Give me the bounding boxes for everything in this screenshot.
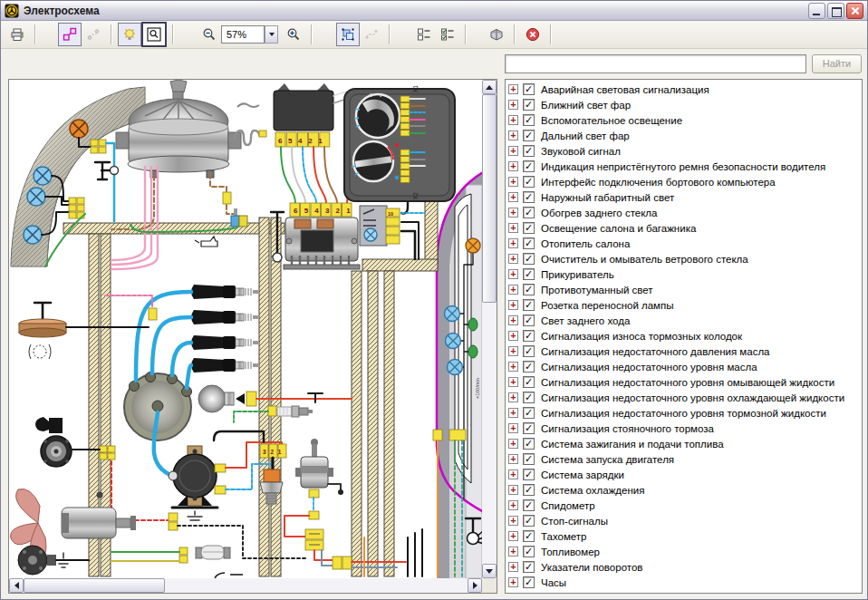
reference-book-button[interactable] (485, 23, 508, 46)
instrument-cluster[interactable]: X1 X2 (344, 85, 455, 201)
system-checkbox[interactable]: ✓ (523, 515, 535, 527)
close-button[interactable] (846, 3, 863, 19)
expand-plus-icon[interactable]: + (508, 577, 518, 587)
system-label[interactable]: Сигнализация недостаточного давления мас… (541, 346, 770, 357)
expand-plus-icon[interactable]: + (508, 331, 518, 341)
system-label[interactable]: Тахометр (541, 531, 587, 542)
relay-box[interactable]: 65421 (274, 83, 333, 147)
zoom-in-button[interactable] (282, 23, 305, 46)
expand-plus-icon[interactable]: + (508, 346, 518, 356)
system-label[interactable]: Указатели поворотов (541, 562, 642, 573)
expand-plus-icon[interactable]: + (508, 161, 518, 171)
expand-plus-icon[interactable]: + (508, 362, 518, 372)
system-row[interactable]: + ✓ Система запуска двигателя (508, 451, 862, 467)
system-row[interactable]: + ✓ Ближний свет фар (508, 97, 862, 112)
inline-connector[interactable] (223, 192, 231, 204)
turn-signal-lamp[interactable] (70, 120, 88, 138)
system-row[interactable]: + ✓ Сигнализация недостаточного уровня т… (508, 405, 862, 421)
system-label[interactable]: Противотуманный свет (541, 285, 653, 295)
expand-plus-icon[interactable]: + (508, 377, 518, 387)
tail-lamp-green[interactable] (468, 345, 477, 358)
system-label[interactable]: Сигнализация износа тормозных колодок (541, 331, 742, 342)
system-row[interactable]: + ✓ Прикуриватель (508, 266, 862, 282)
expand-plus-icon[interactable]: + (508, 115, 518, 125)
expand-plus-icon[interactable]: + (508, 192, 518, 202)
expand-plus-icon[interactable]: + (508, 84, 518, 94)
system-row[interactable]: + ✓ Спидометр (508, 498, 862, 513)
system-label[interactable]: Дальний свет фар (541, 131, 630, 141)
preview-button[interactable] (141, 22, 167, 47)
select-elements-button[interactable] (336, 23, 360, 46)
expand-plus-icon[interactable]: + (508, 238, 518, 248)
system-row[interactable]: + ✓ Топливомер (508, 544, 862, 559)
expand-plus-icon[interactable]: + (508, 485, 518, 495)
system-checkbox[interactable]: ✓ (523, 361, 535, 373)
system-label[interactable]: Сигнализация недостаточного уровня омыва… (541, 377, 834, 388)
schematic-panel[interactable]: ×100/min (8, 79, 497, 594)
system-label[interactable]: Сигнализация недостаточного уровня тормо… (541, 408, 826, 419)
system-checkbox[interactable]: ✓ (523, 469, 535, 480)
system-checkbox[interactable]: ✓ (523, 284, 535, 295)
system-row[interactable]: + ✓ Освещение салона и багажника (508, 220, 862, 236)
system-checkbox[interactable]: ✓ (523, 237, 535, 249)
wiring-diagram[interactable]: ×100/min (9, 80, 482, 578)
system-row[interactable]: + ✓ Вспомогательное освещение (508, 112, 862, 128)
system-row[interactable]: + ✓ Наружный габаритный свет (508, 189, 862, 205)
system-checkbox[interactable]: ✓ (523, 576, 535, 588)
system-label[interactable]: Свет заднего хода (541, 315, 630, 326)
system-label[interactable]: Отопитель салона (541, 238, 630, 249)
system-label[interactable]: Сигнализация недостаточного уровня охлаж… (541, 392, 844, 403)
system-checkbox[interactable]: ✓ (523, 561, 535, 573)
system-label[interactable]: Аварийная световая сигнализация (541, 84, 709, 95)
expand-plus-icon[interactable]: + (508, 100, 518, 110)
system-checkbox[interactable]: ✓ (523, 99, 535, 111)
system-row[interactable]: + ✓ Дальний свет фар (508, 128, 862, 143)
system-checkbox[interactable]: ✓ (523, 268, 535, 280)
expand-plus-icon[interactable]: + (508, 146, 518, 156)
expand-plus-icon[interactable]: + (508, 177, 518, 187)
system-label[interactable]: Часы (541, 577, 566, 588)
expand-plus-icon[interactable]: + (508, 562, 518, 572)
expand-plus-icon[interactable]: + (508, 392, 518, 402)
system-label[interactable]: Сигнализация стояночного тормоза (541, 423, 714, 434)
system-row[interactable]: + ✓ Система зажигания и подачи топлива (508, 436, 862, 451)
system-checkbox[interactable]: ✓ (523, 407, 535, 419)
expand-plus-icon[interactable]: + (508, 254, 518, 264)
system-row[interactable]: + ✓ Розетка переносной лампы (508, 297, 862, 313)
expand-plus-icon[interactable]: + (508, 269, 518, 279)
system-checkbox[interactable]: ✓ (523, 299, 535, 311)
system-checkbox[interactable]: ✓ (523, 114, 535, 126)
system-checkbox[interactable]: ✓ (523, 222, 535, 234)
system-checkbox[interactable]: ✓ (523, 453, 535, 465)
expand-plus-icon[interactable]: + (508, 531, 518, 541)
highlight-path-button[interactable] (82, 23, 105, 46)
expand-plus-icon[interactable]: + (508, 547, 518, 556)
vertical-scroll-thumb[interactable] (482, 94, 497, 303)
system-label[interactable]: Вспомогательное освещение (541, 115, 682, 126)
expand-plus-icon[interactable]: + (508, 131, 518, 140)
check-all-button[interactable] (436, 23, 459, 46)
system-row[interactable]: + ✓ Сигнализация недостаточного давления… (508, 344, 862, 359)
system-checkbox[interactable]: ✓ (523, 546, 535, 557)
system-row[interactable]: + ✓ Часы (508, 575, 862, 590)
system-label[interactable]: Звуковой сигнал (541, 146, 621, 157)
system-row[interactable]: + ✓ Интерфейс подключения бортового комп… (508, 174, 862, 189)
expand-plus-icon[interactable]: + (508, 439, 518, 449)
system-checkbox[interactable]: ✓ (523, 83, 535, 95)
distributor[interactable] (124, 373, 192, 441)
system-checkbox[interactable]: ✓ (523, 253, 535, 265)
system-checkbox[interactable]: ✓ (523, 191, 535, 203)
system-checkbox[interactable]: ✓ (523, 176, 535, 188)
expand-plus-icon[interactable]: + (508, 408, 518, 418)
system-row[interactable]: + ✓ Отопитель салона (508, 236, 862, 251)
zoom-level-input[interactable]: 57% (221, 25, 265, 44)
systems-list[interactable]: + ✓ Аварийная световая сигнализация + ✓ … (505, 79, 863, 594)
system-row[interactable]: + ✓ Сигнализация недостаточного уровня м… (508, 359, 862, 374)
find-button[interactable]: Найти (812, 54, 862, 73)
system-checkbox[interactable]: ✓ (523, 376, 535, 388)
minimize-button[interactable] (808, 3, 825, 19)
zoom-out-button[interactable] (198, 23, 221, 46)
system-label[interactable]: Очиститель и омыватель ветрового стекла (541, 254, 748, 265)
system-row[interactable]: + ✓ Аварийная световая сигнализация (508, 82, 862, 97)
system-row[interactable]: + ✓ Указатели поворотов (508, 559, 862, 575)
